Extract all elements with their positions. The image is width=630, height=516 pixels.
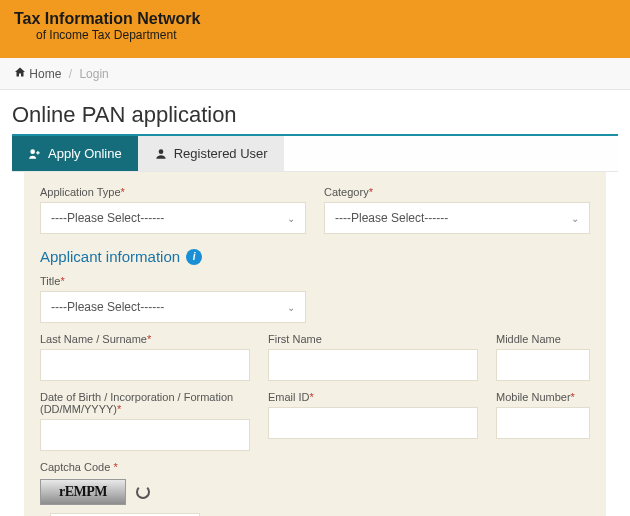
breadcrumb-login: Login	[79, 67, 108, 81]
tabs: Apply Online Registered User	[12, 136, 618, 172]
captcha-image: rEMPM	[40, 479, 126, 505]
page-title: Online PAN application	[12, 98, 618, 134]
title-label: Title*	[40, 275, 306, 287]
chevron-down-icon: ⌄	[287, 302, 295, 313]
section-head-label: Applicant information	[40, 248, 180, 265]
tab-apply-online[interactable]: Apply Online	[12, 136, 138, 171]
user-icon	[154, 147, 168, 161]
middle-name-label: Middle Name	[496, 333, 590, 345]
captcha-label: Captcha Code *	[40, 461, 590, 473]
reload-icon[interactable]	[136, 485, 150, 499]
mobile-input[interactable]	[496, 407, 590, 439]
app-type-value: ----Please Select------	[51, 211, 164, 225]
site-title: Tax Information Network	[14, 10, 616, 28]
apply-icon	[28, 147, 42, 161]
breadcrumb-separator: /	[69, 67, 72, 81]
form-panel: Application Type* ----Please Select-----…	[24, 172, 606, 516]
chevron-down-icon: ⌄	[571, 213, 579, 224]
tab-registered-label: Registered User	[174, 146, 268, 161]
chevron-down-icon: ⌄	[287, 213, 295, 224]
breadcrumb-home[interactable]: Home	[29, 67, 61, 81]
middle-name-input[interactable]	[496, 349, 590, 381]
last-name-label: Last Name / Surname*	[40, 333, 250, 345]
first-name-input[interactable]	[268, 349, 478, 381]
home-icon[interactable]	[14, 67, 29, 81]
site-header: Tax Information Network of Income Tax De…	[0, 0, 630, 58]
title-value: ----Please Select------	[51, 300, 164, 314]
tab-registered-user[interactable]: Registered User	[138, 136, 284, 171]
info-icon[interactable]: i	[186, 249, 202, 265]
email-label: Email ID*	[268, 391, 478, 403]
title-select[interactable]: ----Please Select------ ⌄	[40, 291, 306, 323]
category-label: Category*	[324, 186, 590, 198]
category-select[interactable]: ----Please Select------ ⌄	[324, 202, 590, 234]
site-subtitle: of Income Tax Department	[14, 28, 616, 42]
dob-label: Date of Birth / Incorporation / Formatio…	[40, 391, 250, 415]
dob-input[interactable]	[40, 419, 250, 451]
app-type-select[interactable]: ----Please Select------ ⌄	[40, 202, 306, 234]
svg-point-1	[158, 149, 163, 154]
last-name-input[interactable]	[40, 349, 250, 381]
svg-point-0	[30, 149, 35, 154]
app-type-label: Application Type*	[40, 186, 306, 198]
section-applicant-info: Applicant information i	[40, 248, 590, 265]
breadcrumb: Home / Login	[0, 58, 630, 90]
category-value: ----Please Select------	[335, 211, 448, 225]
first-name-label: First Name	[268, 333, 478, 345]
email-input[interactable]	[268, 407, 478, 439]
tab-apply-label: Apply Online	[48, 146, 122, 161]
mobile-label: Mobile Number*	[496, 391, 590, 403]
